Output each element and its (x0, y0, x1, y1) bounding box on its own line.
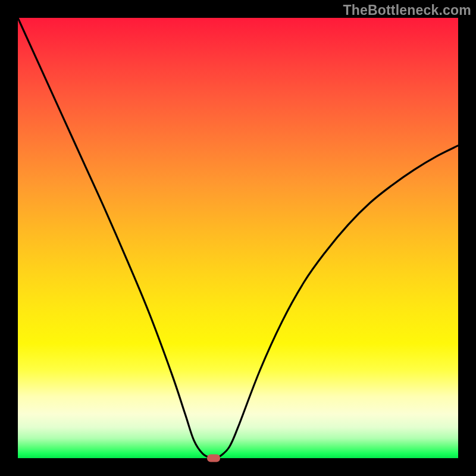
watermark-text: TheBottleneck.com (343, 2, 471, 18)
bottleneck-curve (18, 18, 458, 459)
chart-frame: TheBottleneck.com (0, 0, 476, 476)
minimum-marker (207, 455, 220, 462)
plot-area (18, 18, 458, 458)
curve-svg (18, 18, 458, 458)
